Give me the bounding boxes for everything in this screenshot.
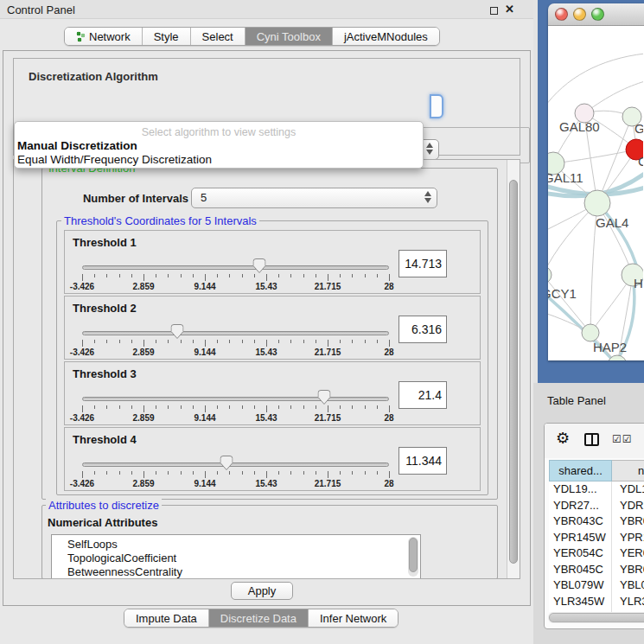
cell-shared-name[interactable]: YDL19... <box>549 481 612 498</box>
column-header-shared-name[interactable]: shared... <box>549 460 612 481</box>
gear-icon[interactable]: ⚙ <box>556 429 570 448</box>
network-window-titlebar[interactable] <box>548 3 644 26</box>
float-window-icon[interactable] <box>490 7 498 15</box>
threshold-slider[interactable]: -3.4262.8599.14415.4321.71528 <box>82 231 389 295</box>
network-graph: GAL80GACGAL11GAL4GCY1HHAP2 <box>548 26 643 360</box>
cell-shared-name[interactable]: YBR045C <box>549 562 612 578</box>
cell-shared-name[interactable]: YPR145W <box>549 530 612 546</box>
table-row[interactable]: YER054CYER0 <box>549 545 644 562</box>
number-of-intervals-label: Number of Intervals <box>76 192 188 205</box>
slider-thumb[interactable] <box>171 324 184 339</box>
close-icon[interactable]: ✕ <box>505 3 514 16</box>
threshold-value-field[interactable]: 21.4 <box>399 381 447 409</box>
cell-name[interactable]: YLR3 <box>612 594 644 610</box>
cell-shared-name[interactable]: YDR27... <box>549 498 612 514</box>
tab-label: jActiveMNodules <box>344 30 428 43</box>
tab-discretize-data[interactable]: Discretize Data <box>209 609 309 627</box>
slider-thumb[interactable] <box>220 456 233 470</box>
attribute-item-selfloops[interactable]: SelfLoops <box>67 538 420 552</box>
tab-network[interactable]: Network <box>65 28 143 45</box>
cell-shared-name[interactable]: YBL079W <box>549 577 612 594</box>
interval-definition-group: Interval Definition Number of Intervals … <box>41 168 498 500</box>
table-rows: YDL19...YDL1YDR27...YDR2YBR043CYBR0YPR14… <box>549 481 644 612</box>
columns-icon[interactable] <box>584 433 599 446</box>
table-horizontal-scrollbar[interactable] <box>548 612 644 623</box>
threshold-slider[interactable]: -3.4262.8599.14415.4321.71528 <box>82 362 389 426</box>
network-canvas[interactable]: GAL80GACGAL11GAL4GCY1HHAP2 <box>548 26 644 360</box>
threshold-value-field[interactable]: 11.344 <box>399 447 447 475</box>
network-node-gal4[interactable] <box>584 190 610 216</box>
table-row[interactable]: YBR043CYBR0 <box>549 513 644 530</box>
algorithm-combo[interactable] <box>430 94 443 118</box>
spinner-stepper-icon[interactable] <box>424 191 431 203</box>
attributes-list-scrollbar[interactable] <box>408 537 418 577</box>
table-header: shared... na <box>549 460 644 481</box>
settings-vertical-scrollbar[interactable] <box>507 160 520 578</box>
node-label-gal4: GAL4 <box>596 215 628 230</box>
apply-button[interactable]: Apply <box>231 582 293 600</box>
cell-name[interactable]: YDR2 <box>612 498 644 514</box>
node-label-gal80: GAL80 <box>559 119 600 134</box>
threshold-row: Threshold 4 -3.4262.8599.14415.4321.7152… <box>64 427 481 491</box>
network-window-frame[interactable]: GAL80GACGAL11GAL4GCY1HHAP2 <box>538 0 644 383</box>
numerical-attributes-list[interactable]: SelfLoopsTopologicalCoefficientBetweenne… <box>51 534 421 579</box>
threshold-slider[interactable]: -3.4262.8599.14415.4321.71528 <box>82 296 389 360</box>
threshold-slider[interactable]: -3.4262.8599.14415.4321.71528 <box>82 428 389 492</box>
tab-infer-network[interactable]: Infer Network <box>309 609 398 627</box>
control-panel-titlebar[interactable]: Control Panel ✕ <box>0 0 533 19</box>
cyni-toolbox-panel: Discretization Algorithm Table Data galF… <box>3 50 531 606</box>
slider-tick-labels: -3.4262.8599.14415.4321.71528 <box>82 348 389 358</box>
tab-label: Select <box>202 30 233 43</box>
threshold-value-field[interactable]: 14.713 <box>399 250 447 277</box>
settings-scrollbar-thumb[interactable] <box>509 180 518 564</box>
checkbox-icons[interactable]: ☑☑ <box>612 433 633 445</box>
tab-impute-data[interactable]: Impute Data <box>124 609 209 627</box>
algorithm-option-manual-discretization[interactable]: Manual Discretization <box>17 139 137 152</box>
table-row[interactable]: YBR045CYBR0 <box>549 562 644 578</box>
slider-track[interactable] <box>82 331 389 335</box>
node-label-ga: GA <box>634 121 643 136</box>
cell-name[interactable]: YDL1 <box>612 481 644 498</box>
minimize-traffic-light-icon[interactable] <box>573 8 586 21</box>
cell-shared-name[interactable]: YER054C <box>549 545 612 562</box>
zoom-traffic-light-icon[interactable] <box>591 8 604 21</box>
network-node-hap2[interactable] <box>582 324 599 341</box>
cell-shared-name[interactable]: YLR345W <box>549 594 612 610</box>
tab-select[interactable]: Select <box>191 28 245 45</box>
network-window[interactable]: GAL80GACGAL11GAL4GCY1HHAP2 <box>548 3 644 360</box>
control-panel: Control Panel ✕ NetworkStyleSelectCyni T… <box>0 0 533 644</box>
close-traffic-light-icon[interactable] <box>555 8 568 21</box>
cell-name[interactable]: YBL0 <box>612 577 644 594</box>
table-row[interactable]: YDR27...YDR2 <box>549 498 644 514</box>
network-node-gcy1[interactable] <box>548 266 552 284</box>
table-row[interactable]: YLR345WYLR3 <box>549 594 644 610</box>
table-row[interactable]: YBL079WYBL0 <box>549 577 644 594</box>
tab-cyni-toolbox[interactable]: Cyni Toolbox <box>245 28 333 45</box>
combo-stepper-icon[interactable] <box>426 143 433 155</box>
slider-track[interactable] <box>82 265 389 270</box>
attribute-item-betweennesscentrality[interactable]: BetweennessCentrality <box>67 565 420 579</box>
control-panel-title: Control Panel <box>7 3 75 16</box>
cell-shared-name[interactable]: YBR043C <box>549 513 612 530</box>
slider-track[interactable] <box>82 397 389 401</box>
slider-thumb[interactable] <box>252 258 265 273</box>
numerical-attributes-label: Numerical Attributes <box>48 516 157 529</box>
number-of-intervals-spinner[interactable]: 5 <box>191 188 437 208</box>
attribute-item-topologicalcoefficient[interactable]: TopologicalCoefficient <box>67 552 420 565</box>
tab-style[interactable]: Style <box>143 28 191 45</box>
slider-track[interactable] <box>82 462 389 467</box>
algorithm-option-equal-width-frequency-discretization[interactable]: Equal Width/Frequency Discretization <box>17 153 212 166</box>
table-row[interactable]: YDL19...YDL1 <box>549 481 644 498</box>
cell-name[interactable]: YBR0 <box>612 513 644 530</box>
slider-thumb[interactable] <box>318 390 331 405</box>
table-hscrollbar-thumb[interactable] <box>549 613 644 622</box>
table-row[interactable]: YPR145WYPR1 <box>549 530 644 546</box>
number-of-intervals-value: 5 <box>201 191 207 204</box>
node-label-h: H <box>634 276 643 290</box>
threshold-value-field[interactable]: 6.316 <box>399 316 447 343</box>
cell-name[interactable]: YER0 <box>612 545 644 562</box>
tab-jactivemnodules[interactable]: jActiveMNodules <box>333 28 439 45</box>
cell-name[interactable]: YBR0 <box>612 562 644 578</box>
cell-name[interactable]: YPR1 <box>612 530 644 546</box>
column-header-name[interactable]: na <box>612 460 644 481</box>
